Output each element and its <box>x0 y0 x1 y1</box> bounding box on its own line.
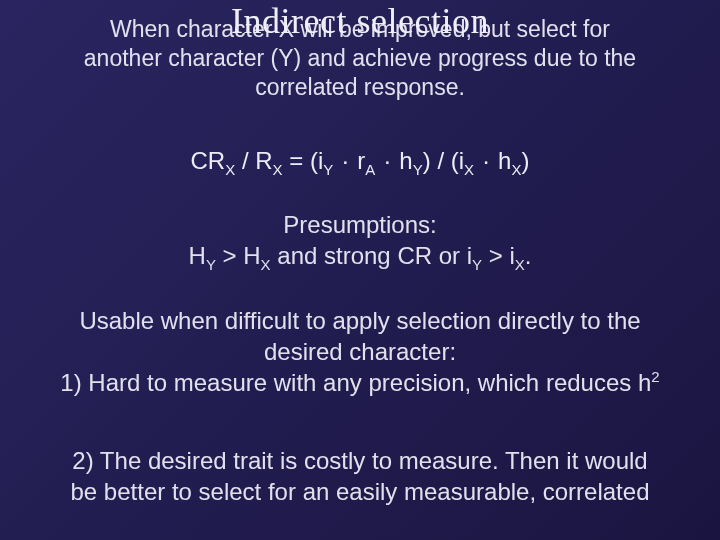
slide-title: Indirect selection <box>0 0 720 42</box>
point-2-block: 2) The desired trait is costly to measur… <box>0 445 720 507</box>
f-r: R <box>255 147 272 174</box>
presumptions-label: Presumptions: <box>283 211 436 238</box>
usable-line-2: desired character: <box>264 338 456 365</box>
p-period: . <box>525 242 532 269</box>
f-dot1: · <box>333 147 357 174</box>
f-hy: h <box>399 147 412 174</box>
f-dot3: · <box>474 147 498 174</box>
formula: CRX / RX = (iY · rA · hY) / (iX · hX) <box>0 147 720 178</box>
f-dot2: · <box>375 147 399 174</box>
f-hy-sub: Y <box>413 161 423 178</box>
point-2-line-2: be better to select for an easily measur… <box>71 478 650 505</box>
p-hx: H <box>243 242 260 269</box>
usable-point-1: 1) Hard to measure with any precision, w… <box>60 369 651 396</box>
p-ix-sub: X <box>515 256 525 273</box>
usable-block: Usable when difficult to apply selection… <box>0 305 720 399</box>
point-2-line-1: 2) The desired trait is costly to measur… <box>72 447 647 474</box>
p-iy-sub: Y <box>472 256 482 273</box>
f-r-sub: X <box>273 161 283 178</box>
p-hx-sub: X <box>261 256 271 273</box>
f-mid: ) / (i <box>423 147 464 174</box>
f-hx-sub: X <box>511 161 521 178</box>
p-gt2: > i <box>482 242 515 269</box>
intro-line-2: another character (Y) and achieve progre… <box>84 45 636 71</box>
f-hx: h <box>498 147 511 174</box>
intro-line-3: correlated response. <box>255 74 465 100</box>
f-cr-sub: X <box>225 161 235 178</box>
f-end: ) <box>521 147 529 174</box>
slide: Indirect selection When character X will… <box>0 0 720 540</box>
p-and: and strong CR or i <box>271 242 472 269</box>
usable-line-1: Usable when difficult to apply selection… <box>79 307 640 334</box>
f-slash: / <box>235 147 255 174</box>
p-hy-sub: Y <box>206 256 216 273</box>
f-eq: = (i <box>283 147 324 174</box>
presumptions-block: Presumptions: HY > HX and strong CR or i… <box>0 210 720 274</box>
p-hy: H <box>189 242 206 269</box>
usable-point-1-sup: 2 <box>651 368 659 385</box>
p-gt: > <box>216 242 243 269</box>
f-cr: CR <box>191 147 226 174</box>
f-ix-sub: X <box>464 161 474 178</box>
f-iy-sub: Y <box>323 161 333 178</box>
f-ra-sub: A <box>365 161 375 178</box>
